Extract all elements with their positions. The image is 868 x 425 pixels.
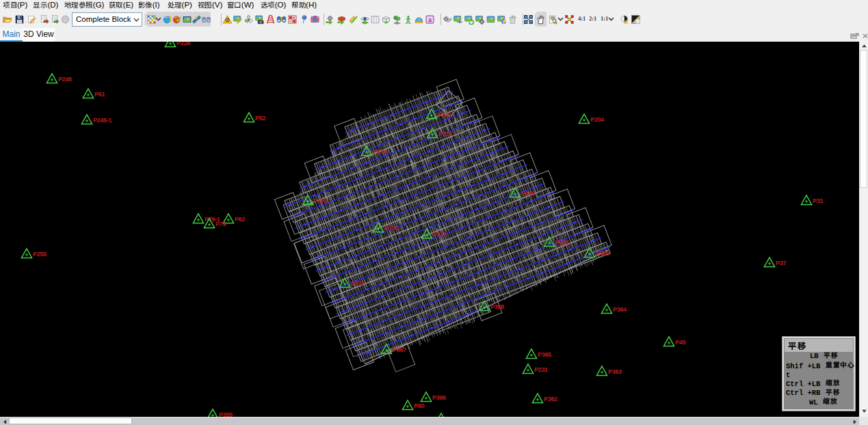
svg-text:P37: P37 — [776, 260, 786, 266]
svg-text:P369: P369 — [596, 250, 609, 257]
svg-text:P45: P45 — [675, 339, 685, 346]
svg-text:P52: P52 — [255, 115, 265, 122]
svg-text:P217: P217 — [555, 239, 569, 246]
svg-text:P229: P229 — [176, 42, 190, 46]
svg-text:P79: P79 — [215, 221, 226, 228]
svg-text:P355: P355 — [219, 411, 233, 417]
svg-text:P245-1: P245-1 — [93, 117, 112, 124]
svg-text:P231: P231 — [534, 366, 548, 373]
svg-text:P255: P255 — [33, 251, 47, 258]
svg-text:P80: P80 — [414, 402, 424, 409]
svg-text:P375: P375 — [438, 111, 451, 118]
svg-text:P230: P230 — [384, 225, 398, 232]
svg-text:P363: P363 — [608, 368, 622, 375]
svg-text:P366: P366 — [432, 394, 446, 401]
svg-text:P374: P374 — [373, 148, 386, 155]
svg-text:P62: P62 — [235, 216, 245, 223]
svg-text:P370: P370 — [521, 190, 535, 197]
svg-text:P367: P367 — [393, 346, 406, 353]
svg-text:P245: P245 — [58, 76, 72, 83]
svg-text:P365: P365 — [538, 351, 551, 358]
svg-text:P372: P372 — [351, 280, 365, 287]
svg-text:P368: P368 — [490, 303, 504, 310]
svg-text:P371: P371 — [433, 231, 447, 238]
svg-text:P204: P204 — [590, 116, 604, 123]
svg-text:P364: P364 — [613, 306, 627, 313]
svg-text:P216: P216 — [438, 131, 452, 137]
svg-text:P61: P61 — [94, 91, 105, 98]
svg-text:P373: P373 — [314, 197, 328, 204]
svg-text:P362: P362 — [544, 396, 557, 402]
svg-text:a: a — [428, 16, 432, 23]
svg-text:P31: P31 — [813, 197, 823, 204]
